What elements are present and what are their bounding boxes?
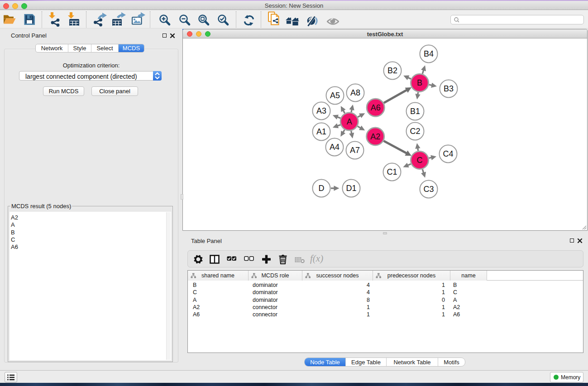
svg-text:C: C [417,156,423,165]
svg-text:B1: B1 [410,107,420,116]
svg-text:C2: C2 [410,127,420,136]
svg-text:D: D [319,184,325,193]
svg-text:A6: A6 [371,103,381,112]
svg-text:B2: B2 [387,66,397,75]
svg-text:C4: C4 [443,149,453,158]
svg-text:C1: C1 [387,167,397,176]
svg-text:A: A [347,117,352,126]
svg-text:D1: D1 [346,184,356,193]
svg-text:A4: A4 [330,143,339,152]
svg-text:B: B [417,78,422,87]
svg-text:B3: B3 [444,84,454,93]
svg-text:A5: A5 [330,91,340,100]
svg-text:A8: A8 [350,88,360,97]
svg-text:A1: A1 [316,127,326,136]
svg-text:A7: A7 [350,146,360,155]
svg-text:C3: C3 [423,185,434,194]
svg-text:A2: A2 [370,132,380,141]
svg-text:B4: B4 [424,49,434,58]
svg-text:A3: A3 [316,106,326,115]
